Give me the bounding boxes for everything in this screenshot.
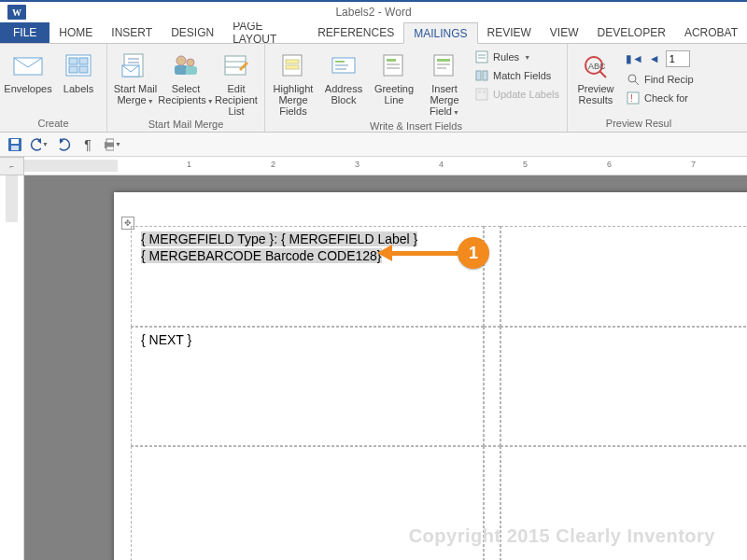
svg-rect-2 <box>69 58 78 64</box>
svg-point-44 <box>628 75 636 82</box>
svg-rect-24 <box>335 68 346 70</box>
label-cell-4[interactable] <box>500 327 747 446</box>
chevron-down-icon: ▼ <box>115 141 121 147</box>
svg-rect-37 <box>483 71 487 80</box>
quick-print-button[interactable]: ▼ <box>103 135 121 154</box>
find-recipient-icon <box>626 72 641 87</box>
address-block-label: Address Block <box>325 83 362 105</box>
mergefield-label: { MERGEFIELD Label } <box>281 231 417 246</box>
ruler-num-4: 4 <box>439 160 444 169</box>
tab-view[interactable]: VIEW <box>541 22 588 43</box>
preview-results-button[interactable]: ABC Preview Results <box>571 47 620 116</box>
document-area[interactable]: ✥ { MERGEFIELD Type }: { MERGEFIELD Labe… <box>24 175 747 560</box>
svg-rect-50 <box>11 146 19 150</box>
record-number-input[interactable] <box>666 50 690 67</box>
label-cell-3[interactable]: { NEXT } <box>131 327 484 446</box>
edit-recipient-list-icon <box>221 50 251 80</box>
svg-rect-39 <box>478 91 481 93</box>
ribbon-tabs: FILE HOME INSERT DESIGN PAGE LAYOUT REFE… <box>0 22 747 43</box>
update-labels-button[interactable]: Update Labels <box>471 86 563 103</box>
start-mail-merge-label: Start Mail Merge▼ <box>114 83 157 107</box>
tab-review[interactable]: REVIEW <box>478 22 541 43</box>
svg-rect-36 <box>476 71 481 80</box>
tab-design[interactable]: DESIGN <box>162 22 223 43</box>
svg-rect-13 <box>186 66 197 75</box>
match-fields-label: Match Fields <box>493 70 551 81</box>
save-button[interactable] <box>6 135 24 154</box>
rules-button[interactable]: Rules▼ <box>471 49 563 65</box>
mergebarcode-field: { MERGEBARCODE Barcode CODE128} <box>141 248 382 263</box>
ruler-num-6: 6 <box>607 160 612 169</box>
label-cell-1[interactable]: { MERGEFIELD Type }: { MERGEFIELD Label … <box>131 226 484 327</box>
labels-icon <box>63 50 93 80</box>
label-gutter-1 <box>484 226 500 327</box>
watermark: Copyright 2015 Clearly Inventory <box>409 525 715 547</box>
group-write-insert-fields: Highlight Merge Fields Address Block Gre… <box>265 44 568 132</box>
insert-merge-field-label: Insert Merge Field▼ <box>420 83 469 119</box>
svg-point-12 <box>187 59 194 66</box>
horizontal-ruler[interactable]: 1 2 3 4 5 6 7 <box>24 157 747 175</box>
first-record-button[interactable]: ▮◄ <box>626 52 643 65</box>
svg-line-45 <box>635 81 639 85</box>
tab-developer[interactable]: DEVELOPER <box>588 22 675 43</box>
tab-home[interactable]: HOME <box>49 22 102 43</box>
envelopes-label: Envelopes <box>4 83 51 94</box>
prev-record-button[interactable]: ◄ <box>649 52 660 65</box>
preview-results-label: Preview Results <box>577 83 613 105</box>
check-for-errors-button[interactable]: ! Check for <box>622 90 706 106</box>
envelope-icon <box>13 50 43 80</box>
rules-icon <box>474 49 489 64</box>
tab-mailings[interactable]: MAILINGS <box>403 22 477 44</box>
tab-references[interactable]: REFERENCES <box>308 22 403 43</box>
group-write-label: Write & Insert Fields <box>269 119 563 134</box>
undo-button[interactable]: ▼ <box>30 135 49 154</box>
svg-rect-5 <box>79 66 88 73</box>
find-recipient-button[interactable]: Find Recip <box>622 71 706 88</box>
svg-rect-8 <box>128 62 139 63</box>
tab-page-layout[interactable]: PAGE LAYOUT <box>223 22 308 43</box>
tab-insert[interactable]: INSERT <box>102 22 162 43</box>
svg-rect-19 <box>286 60 299 63</box>
svg-rect-14 <box>225 56 246 75</box>
group-startmm-label: Start Mail Merge <box>111 117 261 133</box>
group-create-label: Create <box>4 116 103 132</box>
ribbon: Envelopes Labels Create Start Mail Merge… <box>0 43 747 133</box>
svg-rect-20 <box>286 65 299 69</box>
address-block-button[interactable]: Address Block <box>319 47 368 119</box>
redo-button[interactable] <box>54 135 73 154</box>
insert-merge-field-button[interactable]: Insert Merge Field▼ <box>420 47 469 119</box>
highlight-merge-fields-button[interactable]: Highlight Merge Fields <box>269 47 317 119</box>
start-mail-merge-button[interactable]: Start Mail Merge▼ <box>111 47 160 117</box>
svg-rect-38 <box>476 89 487 100</box>
label-cell-2[interactable] <box>500 226 747 327</box>
chevron-down-icon: ▼ <box>148 98 154 105</box>
envelopes-button[interactable]: Envelopes <box>4 47 52 116</box>
edit-recipient-list-label: Edit Recipient List <box>212 83 261 117</box>
vertical-ruler[interactable] <box>0 175 24 560</box>
match-fields-button[interactable]: Match Fields <box>471 67 563 84</box>
edit-recipient-list-button[interactable]: Edit Recipient List <box>212 47 261 117</box>
select-recipients-button[interactable]: Select Recipients▼ <box>162 47 210 117</box>
svg-line-42 <box>599 71 606 77</box>
greeting-line-button[interactable]: Greeting Line <box>370 47 418 119</box>
find-recipient-label: Find Recip <box>644 74 694 85</box>
tab-file[interactable]: FILE <box>0 22 49 43</box>
chevron-down-icon: ▼ <box>453 109 459 116</box>
svg-rect-55 <box>106 147 114 150</box>
svg-rect-32 <box>437 67 446 69</box>
greeting-line-label: Greeting Line <box>374 83 414 105</box>
update-labels-label: Update Labels <box>493 89 559 100</box>
svg-rect-22 <box>335 61 345 63</box>
labels-button[interactable]: Labels <box>54 47 103 116</box>
check-for-errors-label: Check for <box>644 92 688 104</box>
highlight-merge-fields-icon <box>278 50 308 80</box>
svg-rect-33 <box>476 51 487 63</box>
word-app-icon: W <box>7 5 26 20</box>
svg-rect-3 <box>79 58 88 64</box>
tab-acrobat[interactable]: ACROBAT <box>675 22 747 43</box>
page: ✥ { MERGEFIELD Type }: { MERGEFIELD Labe… <box>114 192 747 560</box>
chevron-down-icon: ▼ <box>42 141 49 147</box>
group-start-mail-merge: Start Mail Merge▼ Select Recipients▼ Edi… <box>107 44 265 132</box>
show-formatting-button[interactable]: ¶ <box>78 135 97 154</box>
update-labels-icon <box>474 87 489 102</box>
